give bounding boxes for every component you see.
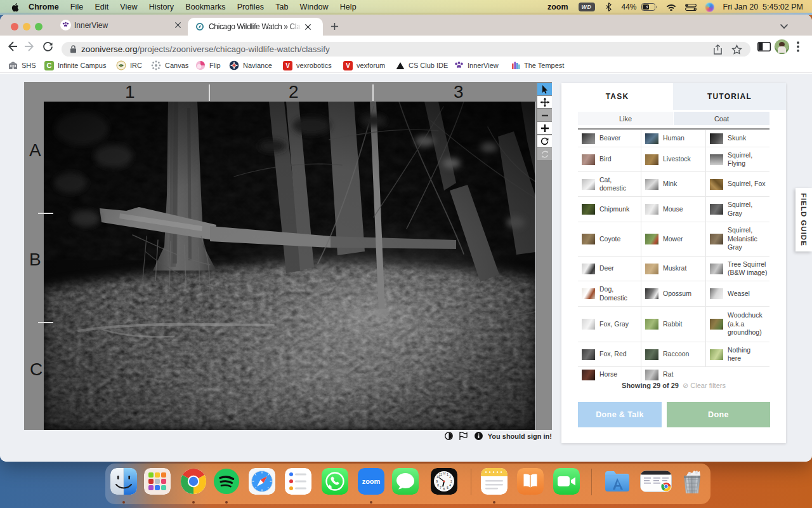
svg-text:4: 4 [449,484,451,487]
svg-text:6: 6 [443,488,445,491]
svg-text:9: 9 [436,480,438,483]
svg-text:3: 3 [450,480,452,483]
svg-text:S: S [120,64,122,68]
svg-text:1: 1 [447,473,449,476]
svg-text:zoom: zoom [362,478,381,485]
svg-text:12: 12 [442,472,446,475]
svg-text:2: 2 [449,476,451,479]
svg-text:5: 5 [447,486,449,490]
svg-text:7: 7 [440,486,442,490]
svg-text:11: 11 [439,473,442,476]
svg-text:8: 8 [437,484,439,487]
